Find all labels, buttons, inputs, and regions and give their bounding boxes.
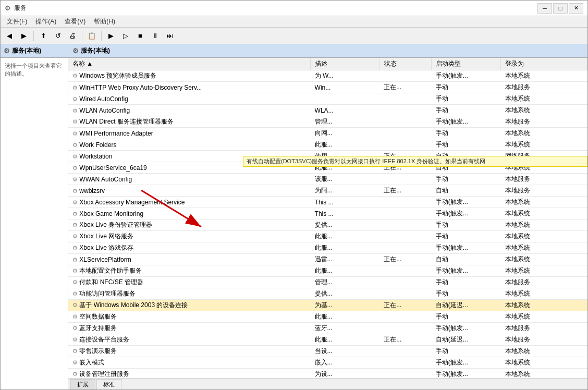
play2-button[interactable]: ▷ xyxy=(119,30,132,42)
table-row[interactable]: ⚙ 零售演示服务当设...手动本地系统 xyxy=(68,346,587,357)
service-startup-cell: 自动(延迟... xyxy=(432,334,501,346)
service-name-cell: ⚙ 嵌入模式 xyxy=(68,357,311,369)
col-header-status[interactable]: 状态 xyxy=(379,58,432,70)
service-icon: ⚙ xyxy=(72,290,78,297)
service-desc-cell: 此服... xyxy=(311,231,380,242)
service-icon: ⚙ xyxy=(72,348,78,355)
minimize-button[interactable]: ─ xyxy=(537,3,552,14)
service-startup-cell: 手动(触发... xyxy=(432,116,501,128)
table-row[interactable]: ⚙ WLAN AutoConfigWLA...手动本地系统 xyxy=(68,105,587,116)
service-desc-cell: 该服... xyxy=(311,174,380,185)
table-row[interactable]: ⚙ WWAN AutoConfig该服...手动本地服务 xyxy=(68,174,587,185)
service-name-cell: ⚙ Xbox Game Monitoring xyxy=(68,208,311,220)
menu-action[interactable]: 操作(A) xyxy=(31,16,60,27)
service-status-cell xyxy=(379,346,432,357)
table-row[interactable]: ⚙ 嵌入模式嵌入...手动(触发...本地系统 xyxy=(68,357,587,369)
service-desc-cell: Win... xyxy=(311,82,380,93)
service-status-cell: 正在... xyxy=(379,254,432,265)
table-row[interactable]: ⚙ WMI Performance Adapter向网...手动本地系统 xyxy=(68,128,587,139)
table-row[interactable]: ⚙ Xbox Live 身份验证管理器提供...手动本地系统 xyxy=(68,220,587,231)
table-row[interactable]: ⚙ 基于 Windows Mobile 2003 的设备连接为基...正在...… xyxy=(68,300,587,311)
table-row[interactable]: ⚙ 空间数据服务此服...手动本地系统 xyxy=(68,311,587,323)
service-status-cell xyxy=(379,288,432,300)
service-desc-cell: 为设... xyxy=(311,369,380,379)
up-button[interactable]: ⬆ xyxy=(36,30,50,42)
service-name-cell: ⚙ Windows 预览体验成员服务 xyxy=(68,70,311,82)
title-bar: ⚙ 服务 ─ □ ✕ xyxy=(1,1,587,16)
table-row[interactable]: ⚙ Xbox Live 网络服务此服...手动本地系统 xyxy=(68,231,587,242)
service-desc-cell: 当设... xyxy=(311,346,380,357)
table-row[interactable]: ⚙ wwbizsrv为阿...正在...自动本地服务 xyxy=(68,185,587,197)
services-table-container[interactable]: 名称 ▲ 描述 状态 启动类型 登录为 ⚙ Windows 预览体验成员服务为 … xyxy=(68,58,587,378)
service-login-cell: 本地服务 xyxy=(501,323,587,334)
table-row[interactable]: ⚙ Xbox Live 游戏保存此服...手动(触发...本地系统 xyxy=(68,242,587,254)
forward-button[interactable]: ▶ xyxy=(17,30,31,42)
table-row[interactable]: ⚙ 设备管理注册服务为设...手动(触发...本地系统 xyxy=(68,369,587,379)
table-row[interactable]: ⚙ XLServicePlatform迅雷...正在...自动本地系统 xyxy=(68,254,587,265)
service-desc-cell: 此服... xyxy=(311,311,380,323)
service-icon: ⚙ xyxy=(72,211,78,217)
play-button[interactable]: ▶ xyxy=(104,30,118,42)
service-login-cell: 本地系统 xyxy=(501,369,587,379)
service-desc-cell: 为阿... xyxy=(311,185,380,197)
col-header-name[interactable]: 名称 ▲ xyxy=(68,58,311,70)
service-desc-cell: 蓝牙... xyxy=(311,323,380,334)
app-icon: ⚙ xyxy=(5,4,11,12)
menu-file[interactable]: 文件(F) xyxy=(3,16,31,27)
service-login-cell: 本地系统 xyxy=(501,357,587,369)
table-row[interactable]: ⚙ Work Folders此服...手动本地系统 xyxy=(68,139,587,151)
service-name-cell: ⚙ WWAN AutoConfig xyxy=(68,174,311,185)
table-row[interactable]: ⚙ Xbox Accessory Management ServiceThis … xyxy=(68,197,587,208)
col-header-startup[interactable]: 启动类型 xyxy=(432,58,501,70)
service-login-cell: 本地服务 xyxy=(501,277,587,288)
table-row[interactable]: ⚙ 蓝牙支持服务蓝牙...手动(触发...本地服务 xyxy=(68,323,587,334)
service-icon: ⚙ xyxy=(72,153,78,160)
service-name-cell: ⚙ wwbizsrv xyxy=(68,185,311,197)
table-row[interactable]: ⚙ Windows 预览体验成员服务为 W...手动(触发...本地系统 xyxy=(68,70,587,82)
service-desc-cell: 迅雷... xyxy=(311,254,380,265)
stop-button[interactable]: ■ xyxy=(133,30,147,42)
service-startup-cell: 手动(触发... xyxy=(432,70,501,82)
service-startup-cell: 手动 xyxy=(432,128,501,139)
wired-autoconfig-tooltip: 有线自动配置(DOT3SVC)服务负责对以太网接口执行 IEEE 802.1X … xyxy=(243,156,587,167)
service-icon: ⚙ xyxy=(72,233,78,240)
service-desc-cell: 此服... xyxy=(311,265,380,277)
table-row[interactable]: ⚙ 本地配置文件助手服务此服...手动(触发...本地系统 xyxy=(68,265,587,277)
service-name-cell: ⚙ 零售演示服务 xyxy=(68,346,311,357)
service-login-cell: 本地系统 xyxy=(501,265,587,277)
pause-button[interactable]: ⏸ xyxy=(148,30,162,42)
service-startup-cell: 手动 xyxy=(432,174,501,185)
service-desc-cell: 向网... xyxy=(311,128,380,139)
menu-view[interactable]: 查看(V) xyxy=(60,16,90,27)
print-button[interactable]: 🖨 xyxy=(66,30,79,42)
table-row[interactable]: ⚙ Xbox Game MonitoringThis ...手动(触发...本地… xyxy=(68,208,587,220)
restart-button[interactable]: ⏭ xyxy=(163,30,176,42)
service-icon: ⚙ xyxy=(72,142,78,149)
table-row[interactable]: ⚙ 功能访问管理器服务提供...手动本地系统 xyxy=(68,288,587,300)
table-row[interactable]: ⚙ Wired AutoConfig手动本地系统 xyxy=(68,93,587,105)
service-status-cell: 正在... xyxy=(379,334,432,346)
maximize-button[interactable]: □ xyxy=(553,3,568,14)
col-header-login[interactable]: 登录为 xyxy=(501,58,587,70)
col-header-desc[interactable]: 描述 xyxy=(311,58,380,70)
tab-standard[interactable]: 标准 xyxy=(96,379,121,389)
service-icon: ⚙ xyxy=(72,188,78,194)
table-row[interactable]: ⚙ WinHTTP Web Proxy Auto-Discovery Serv.… xyxy=(68,82,587,93)
back-button[interactable]: ◀ xyxy=(3,30,16,42)
service-login-cell: 本地系统 xyxy=(501,197,587,208)
service-name-cell: ⚙ XLServicePlatform xyxy=(68,254,311,265)
service-login-cell: 本地系统 xyxy=(501,346,587,357)
tab-expand[interactable]: 扩展 xyxy=(70,379,95,389)
table-row[interactable]: ⚙ WLAN Direct 服务连接管理器服务管理...手动(触发...本地服务 xyxy=(68,116,587,128)
properties-button[interactable]: 📋 xyxy=(85,30,99,42)
service-status-cell xyxy=(379,128,432,139)
close-button[interactable]: ✕ xyxy=(569,3,583,14)
refresh-button[interactable]: ↺ xyxy=(51,30,65,42)
service-icon: ⚙ xyxy=(72,72,78,79)
service-icon: ⚙ xyxy=(72,359,78,366)
menu-help[interactable]: 帮助(H) xyxy=(90,16,119,27)
table-row[interactable]: ⚙ 连接设备平台服务此服...正在...自动(延迟...本地服务 xyxy=(68,334,587,346)
table-row[interactable]: ⚙ 付款和 NFC/SE 管理器管理...手动本地服务 xyxy=(68,277,587,288)
service-status-cell xyxy=(379,311,432,323)
service-startup-cell: 自动 xyxy=(432,254,501,265)
